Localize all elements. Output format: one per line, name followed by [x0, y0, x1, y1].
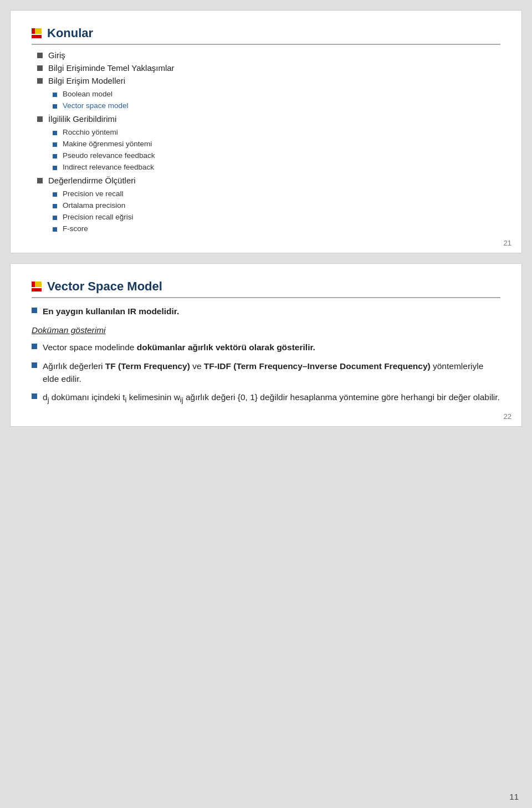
- slide1-list: Giriş Bilgi Erişiminde Temel Yaklaşımlar…: [37, 50, 500, 233]
- slide1-number: 21: [504, 239, 511, 247]
- section-label-text: Doküman gösterimi: [32, 325, 106, 335]
- slide2-number: 22: [504, 412, 511, 421]
- bold-tfidf: TF-IDF (Term Frequency–Inverse Document …: [204, 361, 431, 371]
- list-item: Bilgi Erişiminde Temel Yaklaşımlar: [37, 63, 500, 73]
- bullet-icon: [37, 78, 43, 84]
- bullet-square2: [32, 362, 37, 368]
- item-text: Değerlendirme Ölçütleri: [48, 176, 136, 185]
- title-icon-bottom: [32, 35, 42, 38]
- list-item: Ortalama precision: [53, 201, 500, 209]
- bullet-icon: [37, 53, 43, 58]
- list-item: İlgililik Geribildirimi: [37, 114, 500, 124]
- slide2-bullet1: Vector space modelinde dokümanlar ağırlı…: [32, 341, 500, 354]
- bullet-square1: [32, 344, 37, 349]
- bold-tf: TF (Term Frequency): [105, 361, 190, 371]
- slide2-bullet1-text: Vector space modelinde dokümanlar ağırlı…: [43, 341, 315, 354]
- item-text: Boolean model: [63, 90, 112, 98]
- item-text: Indirect relevance feedback: [63, 163, 154, 171]
- slide2-title-bar: Vector Space Model: [32, 279, 500, 298]
- bullet-icon: [53, 93, 57, 97]
- list-item: Precision ve recall: [53, 190, 500, 198]
- bullet-icon: [37, 116, 43, 122]
- list-item: Rocchio yöntemi: [53, 128, 500, 136]
- sub-i: i: [125, 396, 127, 404]
- title-icon-top: [32, 28, 42, 34]
- slide-2: Vector Space Model En yaygın kullanılan …: [10, 263, 522, 427]
- item-text: Giriş: [48, 50, 65, 60]
- slide2-bullet3: dj dokümanı içindeki ti kelimesinin wij …: [32, 391, 500, 405]
- list-item: Boolean model: [53, 90, 500, 98]
- sub-list-ilgililik: Rocchio yöntemi Makine öğrenmesi yöntemi…: [53, 128, 500, 171]
- list-item: Indirect relevance feedback: [53, 163, 500, 171]
- bullet-icon: [53, 142, 57, 147]
- item-text: Precision ve recall: [63, 190, 124, 198]
- list-item: Vector space model: [53, 101, 500, 110]
- bullet-icon: [37, 65, 43, 71]
- slide2-bullet2-text: Ağırlık değerleri TF (Term Frequency) ve…: [43, 360, 500, 386]
- list-item: Giriş: [37, 50, 500, 60]
- bullet-square3: [32, 393, 37, 399]
- list-item: Makine öğrenmesi yöntemi: [53, 140, 500, 148]
- slide2-bullet3-text: dj dokümanı içindeki ti kelimesinin wij …: [43, 391, 500, 405]
- slide2-bullet2: Ağırlık değerleri TF (Term Frequency) ve…: [32, 360, 500, 386]
- sub-list-models: Boolean model Vector space model: [53, 90, 500, 110]
- slide2-title: Vector Space Model: [47, 279, 162, 294]
- list-item: Değerlendirme Ölçütleri: [37, 176, 500, 185]
- slide1-title-bar: Konular: [32, 26, 500, 45]
- item-text: Vector space model: [63, 101, 129, 110]
- item-text: Makine öğrenmesi yöntemi: [63, 140, 152, 148]
- item-text: İlgililik Geribildirimi: [48, 114, 116, 124]
- bullet-icon: [53, 227, 57, 232]
- bullet-icon: [53, 204, 57, 208]
- bullet-icon: [53, 192, 57, 197]
- list-item: Precision recall eğrisi: [53, 213, 500, 221]
- slide2-section: Doküman gösterimi: [32, 325, 500, 335]
- slide1-title: Konular: [47, 26, 93, 40]
- bullet-square: [32, 308, 37, 313]
- bold-part: dokümanlar ağırlık vektörü olarak göster…: [137, 342, 315, 352]
- bullet-icon-blue: [53, 104, 57, 109]
- item-text: Precision recall eğrisi: [63, 213, 134, 221]
- slide-1: Konular Giriş Bilgi Erişiminde Temel Yak…: [10, 10, 522, 253]
- title-icon: [32, 28, 42, 38]
- page-number: 11: [509, 792, 519, 801]
- bullet-icon: [53, 166, 57, 170]
- bullet-icon: [53, 154, 57, 158]
- bullet-icon: [53, 131, 57, 135]
- list-item: Bilgi Erişim Modelleri: [37, 76, 500, 85]
- sub-list-degerlendirme: Precision ve recall Ortalama precision P…: [53, 190, 500, 233]
- slide2-intro-bullet: En yaygın kullanılan IR modelidir.: [32, 305, 500, 318]
- item-text: Bilgi Erişim Modelleri: [48, 76, 125, 85]
- bullet-icon: [53, 216, 57, 220]
- item-text: Bilgi Erişiminde Temel Yaklaşımlar: [48, 63, 175, 73]
- item-text: F-score: [63, 224, 88, 233]
- sub-j: j: [48, 396, 49, 404]
- title-icon2-bottom: [32, 288, 42, 292]
- item-text: Rocchio yöntemi: [63, 128, 118, 136]
- list-item: Pseudo relevance feedback: [53, 151, 500, 160]
- list-item: F-score: [53, 224, 500, 233]
- bullet-icon: [37, 178, 43, 183]
- sub-ij: ij: [180, 396, 183, 404]
- title-icon2: [32, 282, 42, 292]
- item-text: Pseudo relevance feedback: [63, 151, 155, 160]
- item-text: Ortalama precision: [63, 201, 125, 209]
- slide2-intro-text: En yaygın kullanılan IR modelidir.: [43, 305, 179, 318]
- title-icon2-top: [32, 282, 42, 287]
